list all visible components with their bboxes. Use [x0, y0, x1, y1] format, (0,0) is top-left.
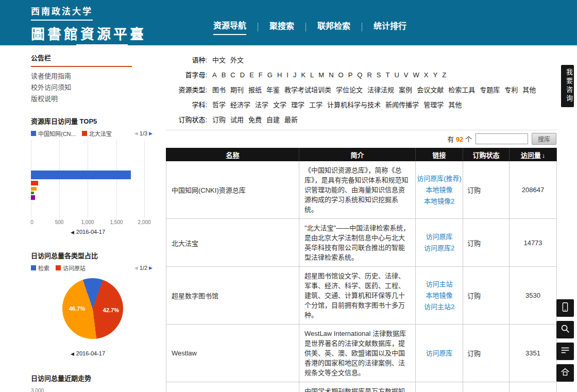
- filter-option-language[interactable]: 外文: [230, 55, 244, 65]
- bulletin-link[interactable]: 读者使用指南: [31, 71, 155, 82]
- resource-link[interactable]: 本地镜像: [416, 184, 463, 196]
- col-header-visits[interactable]: 访问量↓: [510, 148, 557, 161]
- filter-row-status: 订购状态: 订购试用免费自建最新: [166, 115, 556, 125]
- resource-link[interactable]: 访问原库: [416, 231, 463, 243]
- resource-name[interactable]: 北大法宝: [166, 219, 299, 267]
- top5-bar-chart: [31, 140, 145, 218]
- filter-option-status[interactable]: 自建: [266, 115, 280, 125]
- filter-label: 首字母:: [166, 70, 207, 80]
- resource-link[interactable]: 访问主站: [416, 279, 463, 290]
- resource-link[interactable]: 访问原库2: [416, 243, 463, 254]
- filter-option-initial[interactable]: G: [267, 70, 273, 80]
- filter-option-initial[interactable]: E: [249, 70, 254, 80]
- filter-option-initial[interactable]: T: [386, 70, 390, 80]
- filter-option-type[interactable]: 专利: [504, 85, 518, 95]
- filter-option-type[interactable]: 教学考试培训类: [284, 85, 331, 95]
- nav-item-resource-navigation[interactable]: 资源导航: [213, 19, 246, 35]
- filter-option-status[interactable]: 免费: [248, 115, 262, 125]
- nav-item-meta-search[interactable]: 聚搜索: [269, 19, 294, 35]
- resource-name[interactable]: 超星数字图书馆: [166, 267, 299, 325]
- resource-link[interactable]: 访问原库: [416, 348, 463, 359]
- filter-option-initial[interactable]: Z: [442, 70, 446, 80]
- filter-option-initial[interactable]: X: [424, 70, 429, 80]
- filter-option-language[interactable]: 中文: [212, 55, 226, 65]
- bulletin-link[interactable]: 版权说明: [31, 93, 155, 105]
- filter-option-initial[interactable]: H: [277, 70, 282, 80]
- filter-option-status[interactable]: 最新: [284, 115, 298, 125]
- filter-option-initial[interactable]: O: [338, 70, 344, 80]
- filter-option-initial[interactable]: V: [404, 70, 409, 80]
- resource-link[interactable]: 访问主站2: [416, 301, 463, 313]
- legend-next-icon[interactable]: ▶: [149, 265, 152, 270]
- x-tick-label: 0: [30, 219, 33, 225]
- filter-option-initial[interactable]: A: [212, 70, 217, 80]
- filter-option-subject[interactable]: 哲学: [212, 100, 226, 110]
- filter-option-type[interactable]: 专题库: [480, 85, 500, 95]
- filter-option-subject[interactable]: 其他: [448, 100, 462, 110]
- filter-option-type[interactable]: 图书: [212, 85, 226, 95]
- filter-option-initial[interactable]: J: [293, 70, 297, 80]
- filter-option-type[interactable]: 案例: [399, 85, 412, 95]
- filter-option-status[interactable]: 订购: [212, 115, 226, 125]
- resource-name[interactable]: 万方数据知识服务平台: [166, 382, 299, 392]
- filter-options: ABCDEFGHIJKLMNOPQRSTUVWXYZ: [212, 70, 451, 80]
- resource-link[interactable]: 本地镜像2: [416, 196, 463, 207]
- consult-tab[interactable]: 我要咨询: [561, 65, 574, 107]
- back-to-top-button[interactable]: [556, 364, 574, 382]
- legend-next-icon[interactable]: ▶: [149, 131, 152, 136]
- filter-option-subject[interactable]: 经济学: [230, 100, 250, 110]
- filter-option-subject[interactable]: 理学: [291, 100, 304, 110]
- resource-name[interactable]: 中国知网(CNKI)资源总库: [166, 161, 299, 219]
- top5-date: 2016-04-17: [76, 229, 105, 235]
- filter-option-initial[interactable]: C: [230, 70, 235, 80]
- filter-option-type[interactable]: 会议文献: [417, 85, 444, 95]
- date-prev-icon[interactable]: ◀: [71, 230, 74, 235]
- filter-option-type[interactable]: 法律法规: [367, 85, 394, 95]
- filter-option-type[interactable]: 年鉴: [266, 85, 280, 95]
- filter-option-initial[interactable]: F: [259, 70, 263, 80]
- filter-option-initial[interactable]: M: [318, 70, 324, 80]
- search-tool-button[interactable]: [556, 321, 574, 338]
- filter-option-initial[interactable]: Q: [357, 70, 362, 80]
- search-input[interactable]: [476, 133, 528, 144]
- resource-name[interactable]: Westlaw: [166, 325, 299, 382]
- mobile-version-button[interactable]: [556, 299, 574, 317]
- filter-option-initial[interactable]: N: [329, 70, 333, 80]
- filter-option-initial[interactable]: P: [348, 70, 353, 80]
- filter-option-initial[interactable]: R: [367, 70, 371, 80]
- filter-option-initial[interactable]: Y: [433, 70, 437, 80]
- filter-option-subject[interactable]: 工学: [309, 100, 323, 110]
- col-header-name[interactable]: 名称: [166, 148, 299, 161]
- filter-option-status[interactable]: 试用: [230, 115, 244, 125]
- filter-option-initial[interactable]: I: [286, 70, 288, 80]
- filter-option-initial[interactable]: U: [394, 70, 399, 80]
- search-button[interactable]: 搜库: [532, 133, 556, 145]
- nav-item-statistics-ranking[interactable]: 统计排行: [374, 19, 406, 35]
- filter-option-type[interactable]: 其他: [522, 85, 536, 95]
- filter-option-type[interactable]: 期刊: [230, 85, 244, 95]
- filter-option-initial[interactable]: B: [222, 70, 226, 80]
- bulletin-link[interactable]: 校外访问须知: [31, 82, 155, 93]
- resource-link[interactable]: 访问原库(推荐): [416, 173, 463, 184]
- filter-option-subject[interactable]: 法学: [255, 100, 268, 110]
- filter-row-initial: 首字母: ABCDEFGHIJKLMNOPQRSTUVWXYZ: [166, 70, 556, 80]
- filter-option-subject[interactable]: 管理学: [423, 100, 444, 110]
- filter-option-subject[interactable]: 文学: [273, 100, 286, 110]
- filter-option-initial[interactable]: D: [240, 70, 245, 80]
- filter-option-initial[interactable]: L: [310, 70, 314, 80]
- feedback-button[interactable]: [556, 343, 574, 360]
- date-prev-icon[interactable]: ◀: [71, 351, 74, 356]
- filter-option-initial[interactable]: K: [301, 70, 306, 80]
- filter-option-type[interactable]: 报纸: [248, 85, 262, 95]
- filter-option-type[interactable]: 学位论文: [336, 85, 363, 95]
- filter-option-initial[interactable]: W: [413, 70, 419, 80]
- legend-prev-icon[interactable]: ◀: [134, 265, 138, 270]
- filter-option-initial[interactable]: S: [377, 70, 381, 80]
- filter-option-subject[interactable]: 新闻传播学: [385, 100, 419, 110]
- legend-prev-icon[interactable]: ◀: [134, 131, 138, 136]
- resource-link[interactable]: 本地镜像: [416, 290, 463, 301]
- filter-options: 订购试用免费自建最新: [212, 115, 302, 125]
- nav-item-federated-search[interactable]: 联邦检索: [317, 19, 350, 35]
- filter-option-subject[interactable]: 计算机科学与技术: [327, 100, 381, 110]
- filter-option-type[interactable]: 检索工具: [448, 85, 475, 95]
